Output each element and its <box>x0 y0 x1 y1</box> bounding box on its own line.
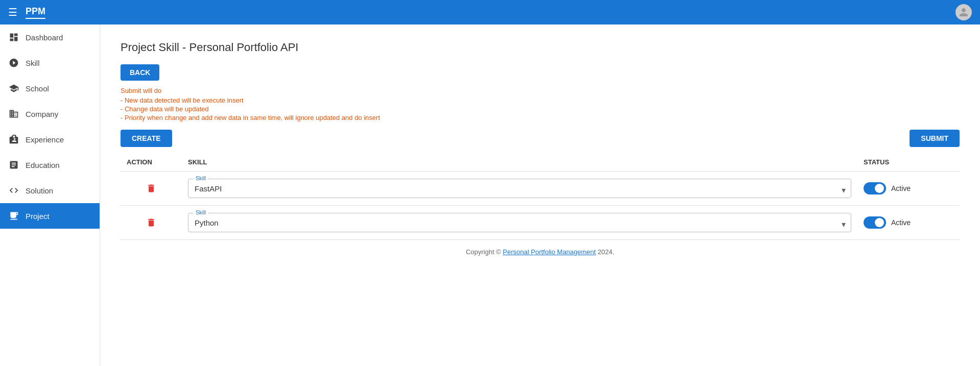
col-action: ACTION <box>121 153 182 172</box>
status-toggle-wrapper: Active <box>864 182 953 194</box>
sidebar-label-experience: Experience <box>26 135 64 144</box>
sidebar-label-company: Company <box>26 110 58 118</box>
skill-select-wrapper: SkillPython▾ <box>188 213 851 232</box>
project-icon <box>8 210 19 222</box>
footer-link[interactable]: Personal Portfolio Management <box>503 248 596 256</box>
page-title: Project Skill - Personal Portfolio API <box>121 41 960 54</box>
skill-select-wrapper: SkillFastAPI▾ <box>188 179 851 198</box>
solution-icon <box>8 185 19 196</box>
hamburger-icon[interactable]: ☰ <box>8 6 17 18</box>
education-icon <box>8 159 19 170</box>
status-label: Active <box>891 184 911 192</box>
topbar-left: ☰ PPM <box>8 6 45 19</box>
sidebar-item-skill[interactable]: Skill <box>0 50 100 76</box>
layout: Dashboard Skill School Company <box>0 25 980 366</box>
company-icon <box>8 108 19 119</box>
sidebar-label-solution: Solution <box>26 186 53 195</box>
submit-info-line-3: - Priority when change and add new data … <box>121 114 960 121</box>
col-skill: SKILL <box>182 153 857 172</box>
status-toggle[interactable] <box>864 216 886 229</box>
sidebar-label-dashboard: Dashboard <box>26 33 63 42</box>
footer-text: Copyright © <box>466 248 501 256</box>
col-status: STATUS <box>857 153 960 172</box>
sidebar-item-project[interactable]: Project <box>0 203 100 229</box>
app-title: PPM <box>26 6 45 19</box>
experience-icon <box>8 134 19 145</box>
sidebar-label-education: Education <box>26 161 60 169</box>
avatar[interactable] <box>955 4 972 20</box>
sidebar-item-solution[interactable]: Solution <box>0 178 100 203</box>
status-label: Active <box>891 218 911 227</box>
school-icon <box>8 83 19 94</box>
submit-info-intro: Submit will do <box>121 87 960 94</box>
status-toggle-wrapper: Active <box>864 216 953 229</box>
skill-field-label: Skill <box>194 209 208 215</box>
status-toggle[interactable] <box>864 182 886 194</box>
submit-button[interactable]: SUBMIT <box>910 130 960 147</box>
skill-icon <box>8 57 19 68</box>
sidebar-label-school: School <box>26 84 49 93</box>
dashboard-icon <box>8 32 19 43</box>
skills-table: ACTION SKILL STATUS SkillFastAPI▾ActiveS… <box>121 153 960 240</box>
skill-select[interactable]: Python <box>195 215 845 227</box>
table-row: SkillFastAPI▾Active <box>121 172 960 206</box>
toggle-slider <box>864 216 886 229</box>
create-button[interactable]: CREATE <box>121 130 172 147</box>
sidebar-item-company[interactable]: Company <box>0 101 100 127</box>
sidebar: Dashboard Skill School Company <box>0 25 100 366</box>
submit-info: Submit will do - New data detected will … <box>121 87 960 121</box>
topbar: ☰ PPM <box>0 0 980 25</box>
skill-field-label: Skill <box>194 175 208 181</box>
skill-select[interactable]: FastAPI <box>195 181 845 193</box>
footer-year: 2024. <box>597 248 614 256</box>
sidebar-item-education[interactable]: Education <box>0 152 100 178</box>
toggle-slider <box>864 182 886 194</box>
table-row: SkillPython▾Active <box>121 206 960 240</box>
sidebar-label-project: Project <box>26 212 50 221</box>
submit-info-line-2: - Change data will be updated <box>121 105 960 113</box>
submit-info-line-1: - New data detected will be execute inse… <box>121 96 960 104</box>
delete-icon[interactable] <box>127 183 176 193</box>
sidebar-item-school[interactable]: School <box>0 76 100 101</box>
sidebar-item-dashboard[interactable]: Dashboard <box>0 25 100 50</box>
back-button[interactable]: BACK <box>121 64 159 81</box>
sidebar-label-skill: Skill <box>26 59 40 67</box>
sidebar-item-experience[interactable]: Experience <box>0 127 100 152</box>
footer: Copyright © Personal Portfolio Managemen… <box>121 240 960 264</box>
action-bar: CREATE SUBMIT <box>121 130 960 147</box>
delete-icon[interactable] <box>127 217 176 228</box>
main-content: Project Skill - Personal Portfolio API B… <box>100 25 980 366</box>
